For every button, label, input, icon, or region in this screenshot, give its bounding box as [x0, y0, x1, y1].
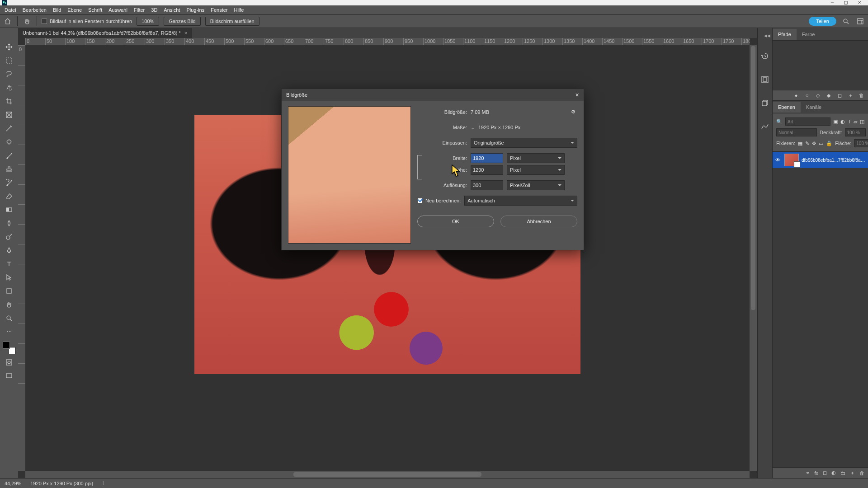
fill-screen-button[interactable]: Bildschirm ausfüllen [205, 17, 259, 26]
close-icon[interactable]: ✕ [575, 92, 579, 98]
cancel-button[interactable]: Abbrechen [500, 216, 577, 227]
width-unit-select[interactable]: Pixel [507, 153, 565, 163]
tab-farbe[interactable]: Farbe [797, 29, 821, 40]
layer-name[interactable]: dfb96b08ebfba1...7f82bb6f8af8a7 [802, 158, 865, 163]
menu-item[interactable]: Datei [5, 7, 16, 13]
layer-mask-icon[interactable]: ◻ [823, 470, 827, 476]
menu-item[interactable]: Ansicht [164, 7, 180, 13]
resample-checkbox[interactable]: Neu berechnen: [417, 198, 461, 203]
healing-tool-icon[interactable] [4, 136, 14, 147]
dialog-titlebar[interactable]: Bildgröße ✕ [282, 89, 584, 101]
frame-tool-icon[interactable] [4, 109, 14, 120]
mask-icon[interactable]: ◻ [836, 92, 843, 99]
gear-icon[interactable]: ⚙ [571, 109, 577, 115]
document-info[interactable]: 1920 Px x 1290 Px (300 ppi) [30, 481, 93, 486]
menu-item[interactable]: Bearbeiten [23, 7, 47, 13]
resolution-unit-select[interactable]: Pixel/Zoll [507, 180, 565, 190]
menu-item[interactable]: 3D [151, 7, 157, 13]
scrollbar-thumb[interactable] [751, 46, 755, 310]
lock-transparent-icon[interactable]: ▦ [798, 141, 802, 146]
path-select-tool-icon[interactable] [4, 272, 14, 283]
brush-tool-icon[interactable] [4, 150, 14, 161]
fit-to-select[interactable]: Originalgröße [471, 138, 577, 148]
ok-button[interactable]: OK [417, 216, 494, 227]
layer-row[interactable]: 👁 dfb96b08ebfba1...7f82bb6f8af8a7 [773, 152, 868, 168]
trash-icon[interactable]: 🗑 [859, 470, 864, 476]
search-icon[interactable]: 🔍 [776, 119, 783, 125]
width-input[interactable]: 1920 [471, 153, 503, 163]
adjustment-layer-icon[interactable]: ◐ [831, 470, 836, 476]
zoom-level[interactable]: 44,29% [5, 481, 21, 486]
filter-image-icon[interactable]: ▣ [833, 119, 838, 125]
trash-icon[interactable]: 🗑 [858, 92, 864, 99]
lock-all-icon[interactable]: 🔒 [826, 141, 832, 146]
layer-thumbnail[interactable] [784, 154, 799, 166]
tab-ebenen[interactable]: Ebenen [773, 102, 801, 113]
blend-mode-select[interactable]: Normal [776, 128, 817, 136]
height-label[interactable]: Höhe: [417, 167, 467, 173]
crop-tool-icon[interactable] [4, 96, 14, 107]
lock-paint-icon[interactable]: ✎ [805, 141, 809, 146]
lock-position-icon[interactable]: ✥ [812, 141, 816, 146]
link-layers-icon[interactable]: ⚭ [806, 470, 810, 476]
search-icon[interactable] [841, 16, 851, 26]
quick-select-tool-icon[interactable] [4, 82, 14, 93]
fill-path-icon[interactable]: ● [793, 92, 799, 99]
window-minimize-button[interactable] [826, 0, 839, 5]
collapse-arrow-icon[interactable]: ◀◀ [764, 33, 772, 38]
filter-shape-icon[interactable]: ▱ [854, 119, 857, 125]
pen-tool-icon[interactable] [4, 245, 14, 256]
hand-tool-icon[interactable] [4, 299, 14, 310]
resample-method-select[interactable]: Automatisch [464, 196, 577, 206]
edit-toolbar-icon[interactable]: ⋯ [4, 326, 14, 337]
zoom-100-button[interactable]: 100% [137, 17, 159, 26]
menu-item[interactable]: Bild [53, 7, 61, 13]
new-path-icon[interactable]: ＋ [847, 92, 854, 99]
eyedropper-tool-icon[interactable] [4, 123, 14, 134]
gradient-tool-icon[interactable] [4, 204, 14, 215]
opacity-input[interactable]: 100 % [845, 128, 866, 136]
stamp-tool-icon[interactable] [4, 164, 14, 174]
constrain-aspect-icon[interactable] [416, 155, 423, 179]
dialog-preview[interactable] [288, 106, 411, 244]
menu-item[interactable]: Plug-ins [186, 7, 204, 13]
window-maximize-button[interactable] [839, 0, 853, 5]
group-icon[interactable]: 🗀 [840, 470, 845, 476]
visibility-icon[interactable]: 👁 [775, 157, 782, 163]
selection-from-path-icon[interactable]: ◇ [815, 92, 821, 99]
menu-item[interactable]: Ebene [67, 7, 82, 13]
history-brush-tool-icon[interactable] [4, 177, 14, 188]
properties-panel-icon[interactable] [760, 74, 770, 85]
fill-input[interactable]: 100 % [854, 139, 868, 147]
screenmode-icon[interactable] [4, 371, 14, 381]
height-input[interactable]: 1290 [471, 165, 503, 175]
scrollbar-vertical[interactable] [750, 45, 757, 471]
resolution-input[interactable]: 300 [471, 180, 503, 190]
width-label[interactable]: Breite: [417, 155, 467, 161]
foreground-background-colors[interactable] [3, 342, 15, 354]
lock-artboard-icon[interactable]: ▭ [819, 141, 823, 146]
layer-filter-select[interactable]: Art [785, 117, 830, 126]
filter-smart-icon[interactable]: ◫ [860, 119, 864, 125]
adjustments-panel-icon[interactable] [760, 121, 770, 132]
zoom-tool-icon[interactable] [4, 313, 14, 324]
path-from-selection-icon[interactable]: ◆ [826, 92, 832, 99]
resolution-label[interactable]: Auflösung: [417, 183, 467, 188]
layer-style-icon[interactable]: fx [814, 470, 818, 476]
type-tool-icon[interactable] [4, 258, 14, 269]
quickmask-icon[interactable] [4, 357, 14, 368]
move-tool-icon[interactable] [4, 42, 14, 52]
scrollbar-horizontal[interactable] [25, 471, 750, 478]
lasso-tool-icon[interactable] [4, 69, 14, 80]
blur-tool-icon[interactable] [4, 218, 14, 229]
dodge-tool-icon[interactable] [4, 231, 14, 242]
home-button[interactable] [3, 16, 13, 26]
stroke-path-icon[interactable]: ○ [804, 92, 810, 99]
libraries-panel-icon[interactable] [760, 98, 770, 108]
menu-item[interactable]: Schrift [88, 7, 102, 13]
share-button[interactable]: Teilen [809, 17, 836, 26]
close-tab-icon[interactable]: × [184, 30, 187, 36]
scrollbar-thumb[interactable] [293, 472, 482, 477]
marquee-tool-icon[interactable] [4, 55, 14, 66]
filter-type-icon[interactable]: T [848, 119, 851, 124]
